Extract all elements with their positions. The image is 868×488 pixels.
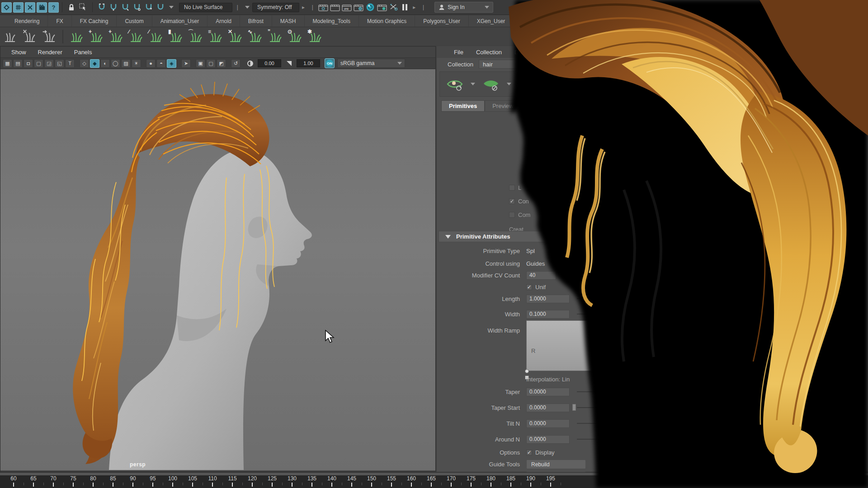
timeline-tick[interactable]: 135 — [302, 475, 322, 487]
timeline-tick[interactable]: 110 — [203, 475, 222, 487]
symmetry-field[interactable]: Symmetry: Off — [252, 3, 299, 12]
timeline-tick[interactable]: 115 — [222, 475, 242, 487]
render-sequence-icon[interactable] — [377, 2, 387, 13]
snap-magnet-icon[interactable] — [96, 2, 107, 13]
primitive-type-value[interactable]: Spl — [526, 248, 535, 254]
timeline-tick[interactable]: 85 — [103, 475, 123, 487]
live-surface-dropdown[interactable] — [245, 6, 250, 9]
sign-in-dropdown[interactable] — [485, 6, 489, 9]
viewport-tool-icon[interactable]: ◆ — [90, 59, 99, 68]
timeline-tick[interactable]: 150 — [362, 475, 382, 487]
viewport-tool-icon[interactable]: ▢ — [34, 59, 43, 68]
timeline-tick[interactable]: 125 — [262, 475, 282, 487]
sign-in-button[interactable]: Sign In — [434, 2, 493, 13]
viewport-tool-icon[interactable]: T — [65, 59, 75, 68]
timeline-tick[interactable]: 60 — [4, 475, 24, 487]
timeline-tick[interactable]: 120 — [242, 475, 262, 487]
ipr-render-icon[interactable]: IPR — [341, 2, 352, 13]
shelf-tab[interactable]: Custom — [117, 15, 152, 27]
timeline-tick[interactable]: 170 — [441, 475, 461, 487]
render-settings-icon[interactable] — [353, 2, 364, 13]
grid-icon[interactable] — [13, 2, 24, 13]
shelf-tab[interactable]: MASH — [272, 15, 305, 27]
timeline-tick[interactable]: 100 — [163, 475, 183, 487]
clapper-icon[interactable] — [37, 2, 47, 13]
taper-start-field[interactable]: 0.0000 — [526, 404, 570, 412]
width-ramp-widget[interactable]: R — [526, 320, 648, 371]
node-cut-icon[interactable] — [388, 2, 399, 13]
xgen-tab[interactable]: Primitives — [441, 100, 485, 112]
pause-icon[interactable] — [402, 4, 407, 10]
exposure-icon[interactable] — [245, 58, 255, 69]
viewport-tool-icon[interactable]: ● — [146, 59, 156, 68]
xgen-menu-file[interactable]: File — [454, 49, 463, 56]
xgen-shelf-tool-icon[interactable]: ➜ — [41, 28, 59, 45]
length-slider[interactable] — [577, 298, 663, 299]
timeline-tick[interactable]: 145 — [342, 475, 362, 487]
viewport-tool-icon[interactable]: ◯ — [111, 59, 120, 68]
attribute-checkbox-row[interactable]: Con — [509, 197, 529, 206]
shelf-tab[interactable]: FX Caching — [72, 15, 117, 27]
color-management-toggle[interactable]: ON — [325, 58, 335, 68]
timeline-tick[interactable]: 105 — [183, 475, 203, 487]
viewport-tool-icon[interactable]: ➤ — [181, 59, 191, 68]
xgen-shelf-tool-icon[interactable]: ⊙ — [286, 28, 304, 45]
timeline-tick[interactable]: 180 — [481, 475, 501, 487]
render-view-icon[interactable] — [318, 2, 329, 13]
shelf-tab[interactable]: Bifrost — [240, 15, 272, 27]
viewport-menu-panels[interactable]: Panels — [74, 49, 92, 56]
toggle-guides-visibility-icon[interactable] — [447, 76, 463, 92]
rebuild-button[interactable]: Rebuild — [526, 460, 586, 469]
tilt-n-slider[interactable] — [577, 423, 663, 424]
cut-icon[interactable] — [25, 2, 35, 13]
modifier-cv-count-field[interactable]: 40 — [526, 271, 556, 280]
shelf-tab[interactable]: Polygons_User — [415, 15, 468, 27]
viewport-canvas[interactable]: persp — [0, 69, 435, 470]
shelf-tab[interactable]: Yeti — [544, 15, 570, 27]
around-n-slider[interactable] — [577, 439, 663, 440]
toggle-primitives-visibility-icon[interactable] — [483, 76, 499, 92]
shelf-tab[interactable]: Animation_User — [152, 15, 208, 27]
viewport-tool-icon[interactable]: ◩ — [217, 59, 226, 68]
viewport-tool-icon[interactable]: ☀ — [132, 59, 141, 68]
render-frame-icon[interactable] — [330, 2, 340, 13]
select-tool-icon[interactable] — [78, 2, 89, 13]
display-option[interactable]: Display — [526, 449, 555, 456]
gamma-field[interactable]: 1.00 — [297, 59, 320, 67]
xgen-shelf-tool-icon[interactable]: ≡ — [206, 28, 224, 45]
xgen-shelf-tool-icon[interactable]: ▮ — [166, 28, 184, 45]
selection-mask-icon[interactable] — [1, 2, 12, 13]
timeline-tick[interactable]: 140 — [322, 475, 342, 487]
timeline-tick[interactable]: 130 — [282, 475, 302, 487]
xgen-shelf-tool-icon[interactable]: ✱ — [306, 28, 324, 45]
viewport-tool-icon[interactable]: ◇ — [80, 59, 89, 68]
time-slider-ruler[interactable]: 6065707580859095100105110115120125130135… — [0, 475, 868, 488]
timeline-tick[interactable]: 90 — [123, 475, 143, 487]
xgen-shelf-tool-icon[interactable]: ∕ — [146, 28, 165, 45]
interpolation-row[interactable]: Interpolation: Lin — [526, 375, 570, 384]
timeline-tick[interactable]: 175 — [461, 475, 481, 487]
shelf-tab[interactable]: FX — [48, 15, 71, 27]
snap-options-dropdown[interactable] — [169, 6, 174, 9]
live-surface-field[interactable]: No Live Surface — [179, 3, 232, 12]
primitives-visibility-dropdown[interactable] — [507, 83, 511, 85]
timeline-tick[interactable]: 95 — [143, 475, 163, 487]
gamma-icon[interactable] — [283, 58, 294, 69]
xgen-shelf-tool-icon[interactable]: ∿ — [246, 28, 264, 45]
xgen-menu-collection[interactable]: Collection — [476, 49, 502, 56]
xgen-shelf-tool-icon[interactable] — [1, 28, 19, 45]
shelf-tab[interactable]: Modeling_Tools — [305, 15, 359, 27]
control-using-value[interactable]: Guides — [526, 260, 545, 267]
length-field[interactable]: 1.0000 — [526, 295, 570, 303]
viewport-menu-show[interactable]: Show — [11, 49, 26, 56]
exposure-field[interactable]: 0.00 — [258, 59, 281, 67]
uniform-cvs-row[interactable]: Unif — [526, 282, 546, 291]
timeline-tick[interactable]: 195 — [541, 475, 561, 487]
primitive-attributes-header[interactable]: Primitive Attributes — [439, 231, 866, 242]
collection-name-field[interactable]: hair — [479, 60, 560, 69]
shelf-tab[interactable]: XGen — [514, 15, 544, 27]
xgen-shelf-tool-icon[interactable]: + — [107, 28, 125, 45]
viewport-tool-icon[interactable]: ◐ — [100, 59, 110, 68]
timeline-tick[interactable]: 190 — [521, 475, 541, 487]
taper-slider[interactable] — [577, 391, 663, 392]
